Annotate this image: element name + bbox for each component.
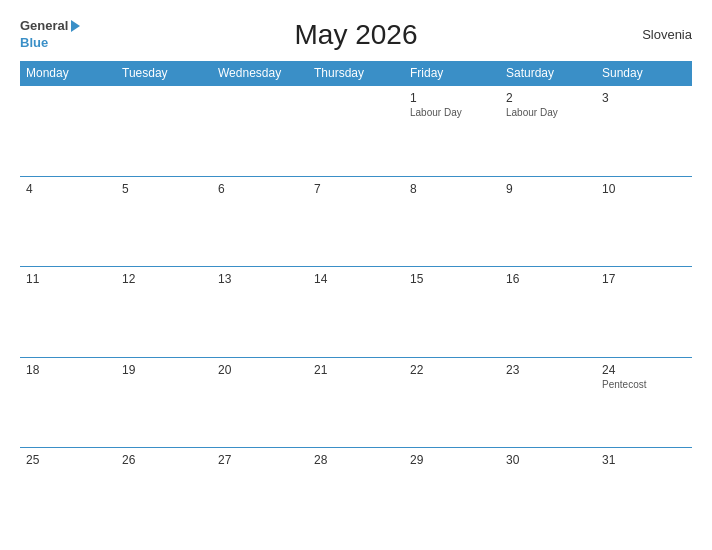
- day-cell: 24Pentecost: [596, 357, 692, 448]
- header-row: MondayTuesdayWednesdayThursdayFridaySatu…: [20, 61, 692, 86]
- holiday-label: Labour Day: [506, 107, 590, 118]
- day-cell: 27: [212, 448, 308, 539]
- day-number: 25: [26, 453, 110, 467]
- weekday-header-monday: Monday: [20, 61, 116, 86]
- day-cell: 12: [116, 267, 212, 358]
- day-number: 17: [602, 272, 686, 286]
- day-cell: 16: [500, 267, 596, 358]
- week-row-1: 1Labour Day2Labour Day3: [20, 86, 692, 177]
- day-number: 21: [314, 363, 398, 377]
- logo-blue: Blue: [20, 35, 48, 50]
- logo-general: General: [20, 18, 68, 33]
- day-number: 2: [506, 91, 590, 105]
- day-number: 5: [122, 182, 206, 196]
- day-number: 3: [602, 91, 686, 105]
- weekday-header-saturday: Saturday: [500, 61, 596, 86]
- day-number: 31: [602, 453, 686, 467]
- day-number: 13: [218, 272, 302, 286]
- day-number: 19: [122, 363, 206, 377]
- day-cell: 20: [212, 357, 308, 448]
- week-row-5: 25262728293031: [20, 448, 692, 539]
- day-cell: 29: [404, 448, 500, 539]
- day-cell: 13: [212, 267, 308, 358]
- day-cell: [212, 86, 308, 177]
- day-cell: 28: [308, 448, 404, 539]
- day-number: 16: [506, 272, 590, 286]
- day-cell: 5: [116, 176, 212, 267]
- day-cell: 26: [116, 448, 212, 539]
- country-name: Slovenia: [622, 27, 692, 42]
- day-number: 24: [602, 363, 686, 377]
- day-number: 6: [218, 182, 302, 196]
- day-number: 18: [26, 363, 110, 377]
- day-cell: 11: [20, 267, 116, 358]
- day-cell: 15: [404, 267, 500, 358]
- day-cell: 14: [308, 267, 404, 358]
- day-cell: 10: [596, 176, 692, 267]
- calendar-header: MondayTuesdayWednesdayThursdayFridaySatu…: [20, 61, 692, 86]
- week-row-3: 11121314151617: [20, 267, 692, 358]
- day-cell: 19: [116, 357, 212, 448]
- day-cell: [20, 86, 116, 177]
- day-cell: 25: [20, 448, 116, 539]
- day-cell: 8: [404, 176, 500, 267]
- week-row-2: 45678910: [20, 176, 692, 267]
- day-number: 7: [314, 182, 398, 196]
- day-cell: 17: [596, 267, 692, 358]
- day-cell: [116, 86, 212, 177]
- holiday-label: Labour Day: [410, 107, 494, 118]
- day-cell: 6: [212, 176, 308, 267]
- logo: GeneralBlue: [20, 18, 90, 51]
- day-number: 22: [410, 363, 494, 377]
- day-number: 23: [506, 363, 590, 377]
- day-cell: 4: [20, 176, 116, 267]
- day-cell: 9: [500, 176, 596, 267]
- weekday-header-tuesday: Tuesday: [116, 61, 212, 86]
- day-cell: 30: [500, 448, 596, 539]
- weekday-header-thursday: Thursday: [308, 61, 404, 86]
- day-number: 20: [218, 363, 302, 377]
- day-cell: 31: [596, 448, 692, 539]
- day-number: 4: [26, 182, 110, 196]
- weekday-header-sunday: Sunday: [596, 61, 692, 86]
- day-number: 27: [218, 453, 302, 467]
- day-cell: 23: [500, 357, 596, 448]
- day-number: 9: [506, 182, 590, 196]
- calendar-title: May 2026: [90, 19, 622, 51]
- day-number: 14: [314, 272, 398, 286]
- calendar-body: 1Labour Day2Labour Day345678910111213141…: [20, 86, 692, 539]
- logo-flag-icon: [71, 20, 80, 32]
- day-number: 15: [410, 272, 494, 286]
- day-cell: 1Labour Day: [404, 86, 500, 177]
- day-cell: 7: [308, 176, 404, 267]
- day-cell: 18: [20, 357, 116, 448]
- day-cell: 22: [404, 357, 500, 448]
- day-number: 10: [602, 182, 686, 196]
- week-row-4: 18192021222324Pentecost: [20, 357, 692, 448]
- day-number: 8: [410, 182, 494, 196]
- day-cell: 21: [308, 357, 404, 448]
- calendar-table: MondayTuesdayWednesdayThursdayFridaySatu…: [20, 61, 692, 538]
- day-number: 11: [26, 272, 110, 286]
- top-bar: GeneralBlue May 2026 Slovenia: [20, 18, 692, 51]
- day-cell: [308, 86, 404, 177]
- weekday-header-friday: Friday: [404, 61, 500, 86]
- weekday-header-wednesday: Wednesday: [212, 61, 308, 86]
- day-number: 12: [122, 272, 206, 286]
- day-number: 26: [122, 453, 206, 467]
- day-number: 30: [506, 453, 590, 467]
- day-number: 29: [410, 453, 494, 467]
- day-number: 1: [410, 91, 494, 105]
- day-number: 28: [314, 453, 398, 467]
- day-cell: 3: [596, 86, 692, 177]
- day-cell: 2Labour Day: [500, 86, 596, 177]
- holiday-label: Pentecost: [602, 379, 686, 390]
